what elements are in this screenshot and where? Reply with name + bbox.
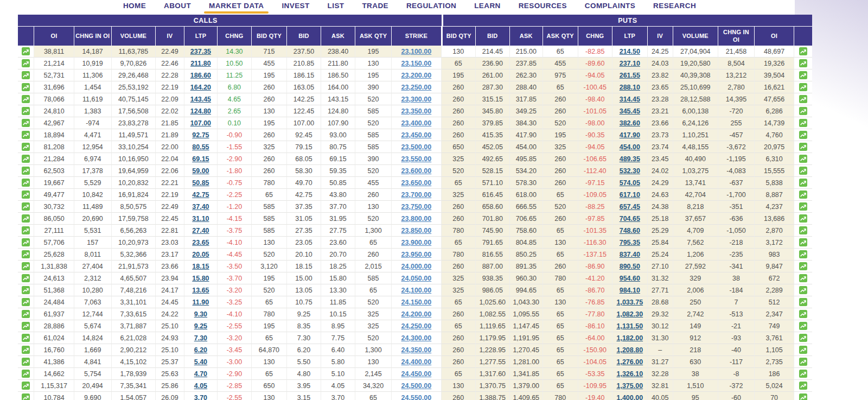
chart-trending-up-icon[interactable] xyxy=(799,274,807,282)
put-ltp[interactable]: 795.35 xyxy=(612,237,648,249)
put-ltp[interactable]: 657.45 xyxy=(612,201,648,213)
call-ltp[interactable]: 237.35 xyxy=(184,46,218,58)
put-ltp-link[interactable]: 1,326.10 xyxy=(616,370,643,378)
put-ltp[interactable]: 1,375.00 xyxy=(612,380,648,392)
put-ltp[interactable]: 617.10 xyxy=(612,189,648,201)
put-ltp-link[interactable]: 984.10 xyxy=(620,287,640,294)
put-ltp-link[interactable]: 454.00 xyxy=(620,143,640,151)
call-ltp[interactable]: 143.45 xyxy=(184,93,218,105)
strike-link[interactable]: 23,300.00 xyxy=(401,96,432,103)
strike-link[interactable]: 23,550.00 xyxy=(401,155,432,163)
strike-link[interactable]: 23,250.00 xyxy=(401,84,432,91)
call-ltp-link[interactable]: 9.25 xyxy=(194,322,207,330)
chart-trending-up-icon[interactable] xyxy=(799,286,807,294)
put-ltp[interactable]: 345.45 xyxy=(612,105,648,117)
nav-item-list[interactable]: LIST xyxy=(327,1,345,12)
put-ltp[interactable]: 704.65 xyxy=(612,213,648,225)
strike-link[interactable]: 23,100.00 xyxy=(401,48,432,55)
put-ltp-link[interactable]: 1,276.00 xyxy=(616,358,643,366)
put-ltp-link[interactable]: 890.50 xyxy=(620,263,640,270)
strike-link[interactable]: 24,550.00 xyxy=(401,394,432,400)
chart-trending-up-icon[interactable] xyxy=(22,286,30,294)
put-ltp-link[interactable]: 1,182.00 xyxy=(616,334,643,342)
nav-item-research[interactable]: RESEARCH xyxy=(653,1,697,12)
call-ltp[interactable]: 42.75 xyxy=(184,189,218,201)
chart-trending-up-icon[interactable] xyxy=(22,107,30,115)
nav-item-complaints[interactable]: COMPLAINTS xyxy=(584,1,636,12)
chart-trending-up-icon[interactable] xyxy=(799,155,807,163)
call-ltp[interactable]: 164.20 xyxy=(184,81,218,93)
call-ltp[interactable]: 31.10 xyxy=(184,213,218,225)
chart-trending-up-icon[interactable] xyxy=(22,143,30,151)
call-ltp-link[interactable]: 124.80 xyxy=(190,107,211,115)
chart-trending-up-icon[interactable] xyxy=(799,226,807,234)
chart-trending-up-icon[interactable] xyxy=(799,107,807,115)
put-ltp[interactable]: 837.40 xyxy=(612,249,648,261)
strike-link[interactable]: 23,950.00 xyxy=(401,251,432,258)
call-ltp[interactable]: 9.25 xyxy=(184,320,218,332)
put-ltp[interactable]: 954.60 xyxy=(612,272,648,284)
call-ltp[interactable]: 11.90 xyxy=(184,296,218,308)
put-ltp[interactable]: 288.10 xyxy=(612,81,648,93)
put-ltp[interactable]: 417.90 xyxy=(612,129,648,141)
put-ltp[interactable]: 1,033.75 xyxy=(612,296,648,308)
chart-trending-up-icon[interactable] xyxy=(22,202,30,211)
put-ltp[interactable]: 214.50 xyxy=(612,46,648,58)
call-ltp-link[interactable]: 11.90 xyxy=(193,299,209,306)
call-ltp-link[interactable]: 3.70 xyxy=(194,394,207,400)
call-ltp[interactable]: 186.60 xyxy=(184,69,218,81)
chart-trending-up-icon[interactable] xyxy=(799,358,807,366)
call-ltp[interactable]: 50.85 xyxy=(184,177,218,189)
call-ltp[interactable]: 23.65 xyxy=(184,237,218,249)
call-ltp[interactable]: 107.00 xyxy=(184,117,218,129)
call-ltp-link[interactable]: 4.70 xyxy=(194,370,207,378)
put-ltp[interactable]: 574.05 xyxy=(612,177,648,189)
strike-link[interactable]: 23,350.00 xyxy=(401,107,432,115)
chart-trending-up-icon[interactable] xyxy=(22,119,30,127)
call-ltp-link[interactable]: 23.65 xyxy=(192,239,209,246)
strike-link[interactable]: 24,000.00 xyxy=(401,263,432,270)
strike-link[interactable]: 23,150.00 xyxy=(401,60,432,67)
call-ltp[interactable]: 80.55 xyxy=(184,141,218,153)
chart-trending-up-icon[interactable] xyxy=(22,370,30,378)
strike-link[interactable]: 24,250.00 xyxy=(401,322,432,330)
call-ltp-link[interactable]: 92.75 xyxy=(192,131,209,139)
nav-item-resources[interactable]: RESOURCES xyxy=(518,1,567,12)
put-ltp-link[interactable]: 1,082.30 xyxy=(616,310,643,318)
put-ltp-link[interactable]: 417.90 xyxy=(620,131,640,139)
chart-trending-up-icon[interactable] xyxy=(799,250,807,258)
put-ltp[interactable]: 314.45 xyxy=(612,93,648,105)
strike-link[interactable]: 24,150.00 xyxy=(401,299,432,306)
strike-link[interactable]: 23,750.00 xyxy=(401,203,432,211)
put-ltp-link[interactable]: 795.35 xyxy=(620,239,640,246)
call-ltp-link[interactable]: 20.05 xyxy=(192,251,209,258)
put-ltp[interactable]: 382.60 xyxy=(612,117,648,129)
chart-trending-up-icon[interactable] xyxy=(22,310,30,318)
chart-trending-up-icon[interactable] xyxy=(799,382,807,390)
chart-trending-up-icon[interactable] xyxy=(799,191,807,199)
chart-trending-up-icon[interactable] xyxy=(799,47,807,55)
call-ltp[interactable]: 18.15 xyxy=(184,261,218,272)
put-ltp-link[interactable]: 748.60 xyxy=(620,227,640,234)
chart-trending-up-icon[interactable] xyxy=(799,214,807,223)
chart-trending-up-icon[interactable] xyxy=(22,238,30,246)
chart-trending-up-icon[interactable] xyxy=(22,47,30,55)
call-ltp-link[interactable]: 18.15 xyxy=(192,263,209,270)
put-ltp[interactable]: 748.60 xyxy=(612,225,648,237)
call-ltp[interactable]: 4.70 xyxy=(184,368,218,380)
put-ltp[interactable]: 532.30 xyxy=(612,165,648,177)
put-ltp[interactable]: 1,208.80 xyxy=(612,344,648,356)
strike-link[interactable]: 23,450.00 xyxy=(401,131,432,139)
call-ltp[interactable]: 124.80 xyxy=(184,105,218,117)
chart-trending-up-icon[interactable] xyxy=(799,202,807,211)
put-ltp-link[interactable]: 261.55 xyxy=(620,72,640,79)
put-ltp-link[interactable]: 1,033.75 xyxy=(616,299,643,306)
call-ltp-link[interactable]: 237.35 xyxy=(190,48,211,55)
strike-link[interactable]: 23,650.00 xyxy=(401,179,432,187)
chart-trending-up-icon[interactable] xyxy=(22,71,30,79)
chart-trending-up-icon[interactable] xyxy=(799,83,807,91)
chart-trending-up-icon[interactable] xyxy=(22,95,30,103)
put-ltp-link[interactable]: 1,400.00 xyxy=(616,394,643,400)
chart-trending-up-icon[interactable] xyxy=(799,71,807,79)
call-ltp-link[interactable]: 31.10 xyxy=(192,215,209,223)
